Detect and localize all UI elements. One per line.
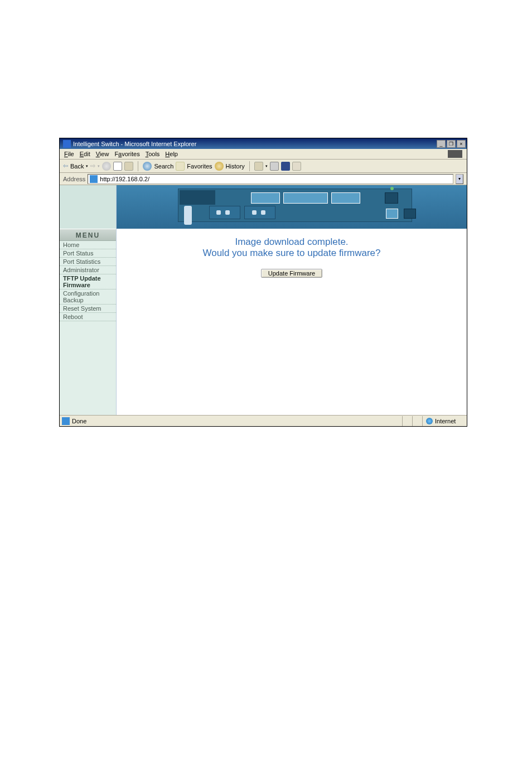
forward-arrow-icon[interactable]: ⇨ [90,162,95,170]
home-icon[interactable] [124,162,133,171]
firmware-update-panel: Image download complete. Would you make … [117,229,467,415]
back-button[interactable]: Back [70,163,84,170]
menu-help[interactable]: Help [165,151,178,157]
sidebar-item-configuration-backup[interactable]: Configuration Backup [60,289,116,305]
edit-icon[interactable] [281,162,290,171]
discuss-icon[interactable] [292,162,301,171]
favorites-button[interactable]: Favorites [187,163,212,170]
sidebar-item-tftp-update-firmware[interactable]: TFTP Update Firmware [60,274,116,289]
main-panel: Image download complete. Would you make … [117,185,467,415]
update-firmware-button[interactable]: Update Firmware [261,269,322,278]
sidebar-item-administrator[interactable]: Administrator [60,266,116,274]
sidebar-item-reboot[interactable]: Reboot [60,313,116,321]
sidebar-logo-area [60,185,116,229]
ie-page-icon [62,417,70,425]
restore-button[interactable]: ❐ [447,140,456,148]
sidebar-item-home[interactable]: Home [60,241,116,249]
sidebar-item-reset-system[interactable]: Reset System [60,305,116,313]
menu-file[interactable]: File [64,151,74,157]
favorites-icon[interactable] [176,162,185,171]
titlebar: Intelligent Switch - Microsoft Internet … [60,138,467,149]
sidebar-item-port-status[interactable]: Port Status [60,249,116,258]
firmware-message-line1: Image download complete. [133,236,450,248]
ie-icon [63,140,71,148]
search-icon[interactable] [143,162,152,171]
statusbar: Done Internet [60,415,467,426]
history-button[interactable]: History [226,163,245,170]
addressbar: Address http://192.168.0.2/ ▾ [60,173,467,185]
menu-favorites[interactable]: Favorites [114,151,139,157]
status-panel-2 [412,416,422,426]
address-url: http://192.168.0.2/ [100,176,149,182]
status-panel-1 [402,416,412,426]
forward-dropdown-icon[interactable]: ▾ [98,164,100,168]
page-content: MENU Home Port Status Port Statistics Ad… [60,185,467,415]
mail-icon[interactable] [254,162,263,171]
windows-logo-icon [448,150,462,158]
menu-view[interactable]: View [96,151,109,157]
sidebar-item-port-statistics[interactable]: Port Statistics [60,258,116,266]
security-zone[interactable]: Internet [422,416,467,426]
mail-dropdown-icon[interactable]: ▾ [265,164,268,168]
internet-zone-icon [426,418,433,424]
sidebar-menu-header: MENU [60,229,116,241]
close-button[interactable]: × [457,140,466,148]
address-dropdown-icon[interactable]: ▾ [456,174,463,184]
firmware-message-line2: Would you make sure to update firmware? [133,248,450,259]
toolbar: ⇦ Back ▾ ⇨ ▾ Search Favorites History ▾ [60,160,467,173]
stop-icon[interactable] [102,162,111,171]
status-text: Done [72,418,86,424]
menu-tools[interactable]: Tools [146,151,160,157]
search-button[interactable]: Search [154,163,173,170]
print-icon[interactable] [270,162,279,171]
refresh-icon[interactable] [113,162,122,171]
minimize-button[interactable]: _ [437,140,446,148]
address-label: Address [63,176,85,182]
page-icon [90,175,98,183]
history-icon[interactable] [215,162,224,171]
window-title: Intelligent Switch - Microsoft Internet … [73,141,437,147]
switch-device-graphic [117,185,467,229]
back-dropdown-icon[interactable]: ▾ [86,164,88,168]
back-arrow-icon[interactable]: ⇦ [63,162,68,170]
menubar: File Edit View Favorites Tools Help [60,149,467,160]
menu-edit[interactable]: Edit [80,151,90,157]
address-input[interactable]: http://192.168.0.2/ [88,174,453,184]
security-zone-label: Internet [435,418,456,424]
sidebar: MENU Home Port Status Port Statistics Ad… [60,185,117,415]
